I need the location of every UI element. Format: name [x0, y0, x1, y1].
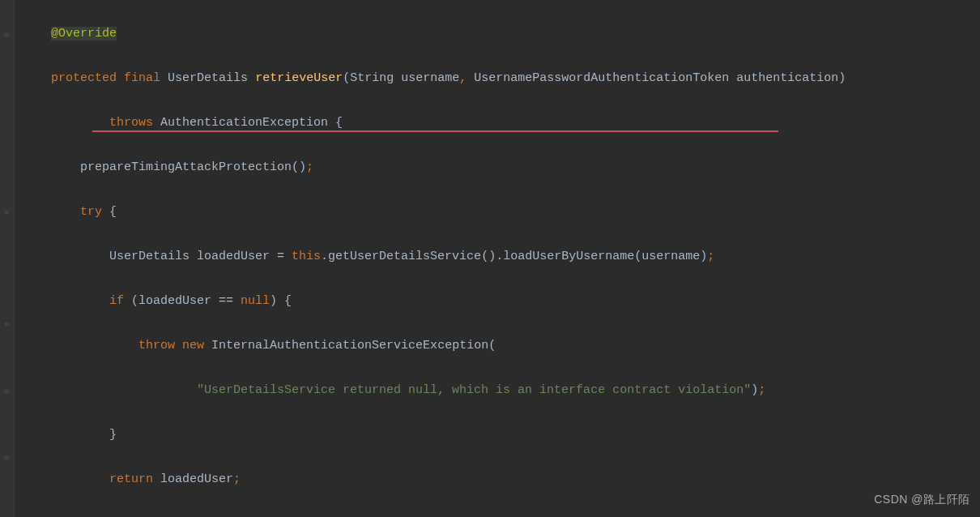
keyword-final: final	[124, 71, 160, 85]
gutter-marker-icon: ○	[2, 387, 11, 397]
keyword-null: null	[241, 294, 270, 308]
code-line[interactable]: try {	[15, 201, 980, 224]
gutter-marker-icon: ○	[2, 454, 11, 464]
keyword-protected: protected	[51, 71, 117, 85]
gutter-marker-icon: ○	[2, 320, 11, 330]
brace: {	[102, 205, 117, 219]
keyword-try: try	[80, 205, 102, 219]
keyword-throw: throw	[138, 339, 175, 352]
indent	[15, 250, 109, 263]
annotation: @Override	[51, 27, 117, 41]
indent	[15, 27, 51, 41]
code-editor[interactable]: @Override protected final UserDetails re…	[15, 0, 980, 517]
cond-open: (loadedUser ==	[124, 294, 241, 308]
code-line[interactable]: }	[15, 424, 980, 446]
brace-close: }	[109, 428, 117, 442]
indent	[15, 160, 80, 174]
ctor: InternalAuthenticationServiceException(	[204, 339, 496, 352]
indent	[15, 205, 80, 219]
code-line[interactable]: protected final UserDetails retrieveUser…	[15, 67, 980, 90]
semicolon: ;	[233, 472, 241, 486]
return-val: loadedUser	[153, 472, 233, 486]
editor-gutter: ○ ○ ○ ○ ○	[0, 0, 15, 517]
code-line[interactable]: return loadedUser;	[15, 468, 980, 491]
code-line[interactable]: throw new InternalAuthenticationServiceE…	[15, 335, 980, 357]
indent	[15, 339, 138, 352]
comma: ,	[459, 71, 467, 85]
semicolon: ;	[306, 160, 313, 174]
string-literal: "UserDetailsService returned null, which…	[197, 383, 751, 397]
code-line[interactable]: UserDetails loadedUser = this.getUserDet…	[15, 246, 980, 268]
semicolon: ;	[758, 383, 765, 397]
keyword-new: new	[182, 339, 204, 352]
code-line[interactable]: }	[15, 513, 980, 518]
indent	[15, 116, 109, 130]
code-line[interactable]: "UserDetailsService returned null, which…	[15, 379, 980, 402]
keyword-return: return	[109, 472, 153, 486]
keyword-this: this	[292, 250, 321, 263]
gutter-marker-icon: ○	[2, 208, 11, 218]
var-decl: UserDetails loadedUser =	[109, 250, 292, 263]
code-line[interactable]: if (loadedUser == null) {	[15, 290, 980, 313]
paren-close: )	[751, 383, 758, 397]
highlight-underline	[92, 130, 778, 132]
code-line[interactable]: @Override	[15, 23, 980, 45]
semicolon: ;	[707, 250, 714, 263]
indent	[15, 383, 197, 397]
code-line[interactable]: prepareTimingAttackProtection();	[15, 156, 980, 179]
cond-close: ) {	[270, 294, 292, 308]
params-rest: UsernamePasswordAuthenticationToken auth…	[467, 71, 846, 85]
indent	[15, 71, 51, 85]
keyword-throws: throws	[109, 116, 153, 130]
indent	[15, 294, 109, 308]
return-type: UserDetails	[168, 71, 248, 85]
chain-call: .getUserDetailsService().loadUserByUsern…	[321, 250, 707, 263]
call: prepareTimingAttackProtection()	[80, 160, 306, 174]
gutter-marker-icon: ○	[2, 31, 11, 41]
indent	[15, 428, 109, 442]
indent	[15, 472, 109, 486]
params-open: (String username	[343, 71, 459, 85]
method-name: retrieveUser	[255, 71, 343, 85]
keyword-if: if	[109, 294, 124, 308]
throws-type: AuthenticationException {	[153, 116, 343, 130]
watermark-text: CSDN @路上阡陌	[874, 489, 970, 511]
